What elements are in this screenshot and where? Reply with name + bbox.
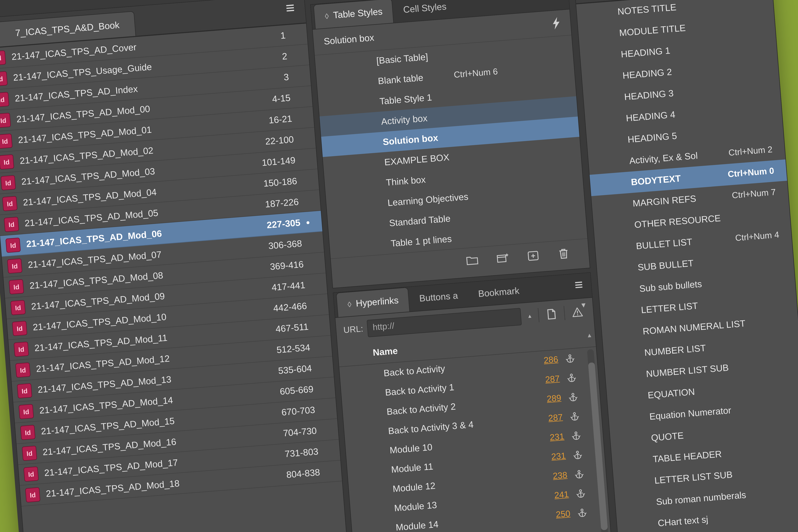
anchor-icon[interactable] [563, 411, 587, 422]
current-style-name: Solution box [323, 32, 375, 47]
document-pages: 22-100 [236, 134, 294, 149]
hyperlink-page-number[interactable]: 241 [536, 490, 569, 502]
anchor-icon[interactable] [558, 353, 582, 364]
tab-buttons-and-forms[interactable]: Buttons a [408, 283, 469, 311]
style-name: LETTER LIST [641, 300, 698, 316]
style-name: EQUATION [647, 386, 695, 401]
style-name: Equation Numerator [649, 405, 732, 422]
anchor-icon[interactable] [564, 430, 588, 441]
document-open-indicator [312, 367, 327, 368]
style-name: HEADING 1 [621, 45, 671, 60]
style-name: HEADING 3 [624, 88, 674, 102]
style-name: Solution box [382, 132, 439, 147]
anchor-icon[interactable] [567, 469, 591, 480]
document-open-indicator [308, 325, 324, 327]
hyperlink-page-number[interactable]: 287 [527, 374, 560, 386]
divider [564, 306, 565, 320]
style-name: OTHER RESOURCE [634, 213, 721, 230]
anchor-icon[interactable] [561, 392, 585, 403]
url-dropdown-icon[interactable]: ▴ [525, 312, 535, 320]
style-name: Activity, Ex & Sol [629, 150, 698, 166]
document-pages: 704-730 [259, 425, 317, 440]
document-open-indicator [286, 34, 301, 35]
hyperlink-page-number[interactable]: 238 [534, 470, 568, 483]
hyperlink-page-number[interactable]: 287 [530, 412, 563, 425]
style-name: Standard Table [389, 213, 451, 229]
document-pages: 227-305 [243, 217, 301, 232]
document-open-indicator [297, 180, 312, 181]
document-pages: 306-368 [245, 238, 302, 253]
document-pages: 731-803 [261, 446, 319, 461]
document-open-indicator [314, 388, 329, 389]
indesign-doc-icon: Id [0, 133, 13, 149]
style-name: Table Style 1 [379, 92, 432, 107]
url-label: URL: [343, 324, 364, 336]
style-name: LETTER LIST SUB [654, 469, 733, 486]
document-pages: 512-534 [253, 342, 310, 357]
document-open-indicator [296, 159, 310, 160]
hyperlinks-panel: ◊ Hyperlinks Buttons a Bookmark ≡ ▾ URL:… [333, 272, 619, 532]
lightning-icon[interactable] [552, 17, 561, 30]
document-open-indicator: ● [300, 217, 316, 226]
hyperlink-page-number[interactable]: 231 [531, 432, 565, 444]
style-name: NUMBER LIST SUB [646, 362, 729, 379]
style-name: EXAMPLE BOX [384, 152, 450, 168]
anchor-icon[interactable] [569, 488, 593, 499]
panel-collapse-icon: ◊ [347, 292, 352, 316]
indesign-doc-icon: Id [0, 113, 11, 128]
indesign-doc-icon: Id [7, 259, 22, 274]
document-open-indicator [287, 55, 302, 56]
new-hyperlink-page-icon[interactable] [542, 305, 561, 324]
chevron-down-icon[interactable]: ▾ [581, 300, 586, 310]
folder-icon[interactable] [464, 252, 480, 269]
tab-label: Bookmark [477, 279, 520, 306]
style-name: HEADING 2 [622, 66, 672, 81]
panel-menu-icon[interactable]: ≡ [285, 0, 295, 17]
style-name: Activity box [381, 113, 428, 127]
indesign-doc-icon: Id [19, 404, 34, 419]
style-name: SUB BULLET [637, 258, 694, 273]
trash-icon[interactable] [555, 245, 572, 262]
tab-hyperlinks[interactable]: ◊ Hyperlinks [336, 287, 410, 317]
style-name: CHart text sj [658, 514, 708, 529]
add-style-icon[interactable] [525, 248, 542, 264]
hyperlink-page-number[interactable]: 289 [528, 393, 562, 406]
paragraph-style-list: NOTES TITLEMODULE TITLEHEADING 1HEADING … [576, 0, 798, 532]
style-name: BODYTEXT [631, 173, 681, 188]
document-pages: 1 [228, 30, 286, 45]
new-style-group-icon[interactable] [494, 250, 511, 266]
document-open-indicator [317, 430, 332, 431]
document-pages: 187-226 [242, 196, 299, 212]
style-name: MODULE TITLE [619, 22, 686, 38]
indesign-doc-icon: Id [12, 321, 27, 336]
document-pages: 101-149 [238, 155, 296, 170]
document-pages: 3 [232, 72, 289, 87]
panel-collapse-icon: ◊ [324, 4, 329, 28]
style-shortcut: Ctrl+Num 0 [720, 166, 774, 180]
hyperlink-page-number[interactable]: 286 [525, 355, 558, 367]
scroll-up-icon[interactable]: ▴ [588, 331, 591, 339]
hyperlink-page-number[interactable]: 231 [533, 451, 566, 464]
document-open-indicator [290, 97, 306, 98]
anchor-icon[interactable] [566, 450, 590, 461]
indesign-doc-icon: Id [17, 383, 32, 399]
hyperlink-page-number[interactable]: 250 [537, 509, 571, 521]
document-open-indicator [318, 450, 334, 452]
tab-bookmarks[interactable]: Bookmark [467, 278, 531, 307]
document-pages: 442-466 [250, 301, 307, 316]
tab-label: Hyperlinks [355, 288, 399, 316]
style-name: Blank table [378, 72, 423, 87]
anchor-icon[interactable] [570, 508, 594, 518]
document-pages: 535-604 [254, 363, 312, 378]
style-shortcut: Ctrl+Num 6 [453, 67, 498, 80]
indesign-doc-icon: Id [20, 425, 35, 440]
panel-menu-icon[interactable]: ≡ [574, 277, 584, 293]
name-column-header: Name [372, 345, 398, 358]
tab-label: Cell Styles [402, 0, 448, 22]
anchor-icon[interactable] [559, 373, 584, 383]
style-name: Learning Objectives [387, 191, 469, 208]
tab-label: Buttons a [418, 284, 459, 310]
style-shortcut: Ctrl+Num 2 [721, 145, 773, 159]
indesign-doc-icon: Id [5, 238, 21, 253]
indesign-doc-icon: Id [0, 175, 16, 190]
